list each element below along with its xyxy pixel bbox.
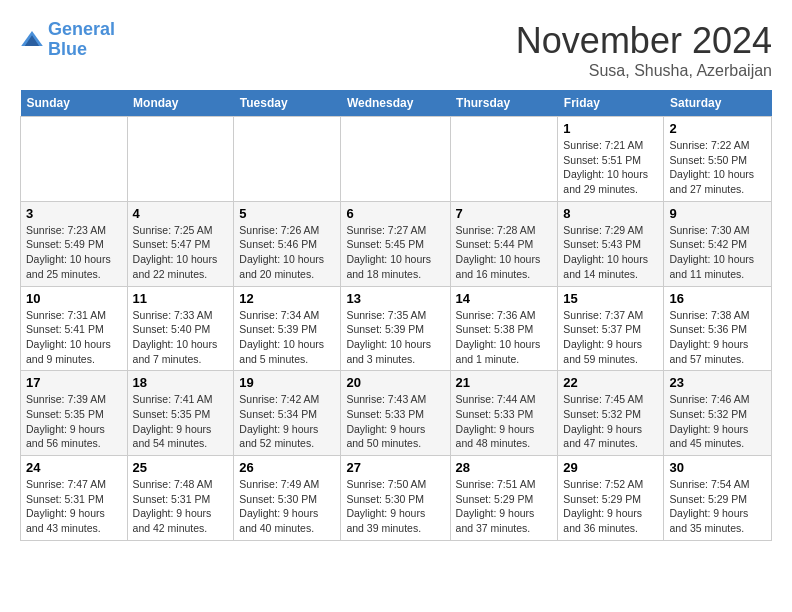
calendar-cell: 14Sunrise: 7:36 AM Sunset: 5:38 PM Dayli… <box>450 286 558 371</box>
calendar-cell <box>127 117 234 202</box>
day-info: Sunrise: 7:27 AM Sunset: 5:45 PM Dayligh… <box>346 223 444 282</box>
day-number: 30 <box>669 460 766 475</box>
day-number: 8 <box>563 206 658 221</box>
calendar-cell: 20Sunrise: 7:43 AM Sunset: 5:33 PM Dayli… <box>341 371 450 456</box>
day-number: 7 <box>456 206 553 221</box>
calendar-cell: 7Sunrise: 7:28 AM Sunset: 5:44 PM Daylig… <box>450 201 558 286</box>
day-number: 19 <box>239 375 335 390</box>
day-info: Sunrise: 7:50 AM Sunset: 5:30 PM Dayligh… <box>346 477 444 536</box>
day-info: Sunrise: 7:45 AM Sunset: 5:32 PM Dayligh… <box>563 392 658 451</box>
day-info: Sunrise: 7:49 AM Sunset: 5:30 PM Dayligh… <box>239 477 335 536</box>
day-number: 14 <box>456 291 553 306</box>
calendar-cell: 13Sunrise: 7:35 AM Sunset: 5:39 PM Dayli… <box>341 286 450 371</box>
calendar-week-row: 24Sunrise: 7:47 AM Sunset: 5:31 PM Dayli… <box>21 456 772 541</box>
logo: General Blue <box>20 20 115 60</box>
calendar-cell: 16Sunrise: 7:38 AM Sunset: 5:36 PM Dayli… <box>664 286 772 371</box>
day-info: Sunrise: 7:22 AM Sunset: 5:50 PM Dayligh… <box>669 138 766 197</box>
day-number: 26 <box>239 460 335 475</box>
day-info: Sunrise: 7:21 AM Sunset: 5:51 PM Dayligh… <box>563 138 658 197</box>
day-info: Sunrise: 7:52 AM Sunset: 5:29 PM Dayligh… <box>563 477 658 536</box>
day-number: 16 <box>669 291 766 306</box>
day-info: Sunrise: 7:37 AM Sunset: 5:37 PM Dayligh… <box>563 308 658 367</box>
calendar-cell: 5Sunrise: 7:26 AM Sunset: 5:46 PM Daylig… <box>234 201 341 286</box>
day-number: 11 <box>133 291 229 306</box>
weekday-header-saturday: Saturday <box>664 90 772 117</box>
calendar-cell: 9Sunrise: 7:30 AM Sunset: 5:42 PM Daylig… <box>664 201 772 286</box>
calendar-cell: 2Sunrise: 7:22 AM Sunset: 5:50 PM Daylig… <box>664 117 772 202</box>
weekday-header-sunday: Sunday <box>21 90 128 117</box>
day-info: Sunrise: 7:39 AM Sunset: 5:35 PM Dayligh… <box>26 392 122 451</box>
logo-text: General Blue <box>48 20 115 60</box>
day-info: Sunrise: 7:36 AM Sunset: 5:38 PM Dayligh… <box>456 308 553 367</box>
calendar-cell: 8Sunrise: 7:29 AM Sunset: 5:43 PM Daylig… <box>558 201 664 286</box>
day-number: 21 <box>456 375 553 390</box>
day-info: Sunrise: 7:33 AM Sunset: 5:40 PM Dayligh… <box>133 308 229 367</box>
calendar-table: SundayMondayTuesdayWednesdayThursdayFrid… <box>20 90 772 541</box>
calendar-cell: 1Sunrise: 7:21 AM Sunset: 5:51 PM Daylig… <box>558 117 664 202</box>
calendar-cell <box>450 117 558 202</box>
weekday-header-thursday: Thursday <box>450 90 558 117</box>
calendar-week-row: 1Sunrise: 7:21 AM Sunset: 5:51 PM Daylig… <box>21 117 772 202</box>
calendar-cell: 27Sunrise: 7:50 AM Sunset: 5:30 PM Dayli… <box>341 456 450 541</box>
day-number: 12 <box>239 291 335 306</box>
day-info: Sunrise: 7:34 AM Sunset: 5:39 PM Dayligh… <box>239 308 335 367</box>
day-info: Sunrise: 7:23 AM Sunset: 5:49 PM Dayligh… <box>26 223 122 282</box>
day-info: Sunrise: 7:54 AM Sunset: 5:29 PM Dayligh… <box>669 477 766 536</box>
day-number: 15 <box>563 291 658 306</box>
page-header: General Blue November 2024 Susa, Shusha,… <box>20 20 772 80</box>
day-number: 28 <box>456 460 553 475</box>
calendar-cell: 22Sunrise: 7:45 AM Sunset: 5:32 PM Dayli… <box>558 371 664 456</box>
weekday-header-friday: Friday <box>558 90 664 117</box>
day-number: 9 <box>669 206 766 221</box>
day-info: Sunrise: 7:48 AM Sunset: 5:31 PM Dayligh… <box>133 477 229 536</box>
day-number: 10 <box>26 291 122 306</box>
day-number: 22 <box>563 375 658 390</box>
calendar-cell: 21Sunrise: 7:44 AM Sunset: 5:33 PM Dayli… <box>450 371 558 456</box>
calendar-week-row: 10Sunrise: 7:31 AM Sunset: 5:41 PM Dayli… <box>21 286 772 371</box>
location-subtitle: Susa, Shusha, Azerbaijan <box>516 62 772 80</box>
calendar-cell: 10Sunrise: 7:31 AM Sunset: 5:41 PM Dayli… <box>21 286 128 371</box>
calendar-cell: 3Sunrise: 7:23 AM Sunset: 5:49 PM Daylig… <box>21 201 128 286</box>
day-info: Sunrise: 7:46 AM Sunset: 5:32 PM Dayligh… <box>669 392 766 451</box>
weekday-header-tuesday: Tuesday <box>234 90 341 117</box>
calendar-cell: 18Sunrise: 7:41 AM Sunset: 5:35 PM Dayli… <box>127 371 234 456</box>
day-number: 18 <box>133 375 229 390</box>
calendar-cell <box>234 117 341 202</box>
day-number: 24 <box>26 460 122 475</box>
calendar-cell: 25Sunrise: 7:48 AM Sunset: 5:31 PM Dayli… <box>127 456 234 541</box>
day-info: Sunrise: 7:51 AM Sunset: 5:29 PM Dayligh… <box>456 477 553 536</box>
weekday-header-wednesday: Wednesday <box>341 90 450 117</box>
day-number: 1 <box>563 121 658 136</box>
day-info: Sunrise: 7:47 AM Sunset: 5:31 PM Dayligh… <box>26 477 122 536</box>
day-info: Sunrise: 7:28 AM Sunset: 5:44 PM Dayligh… <box>456 223 553 282</box>
day-number: 23 <box>669 375 766 390</box>
day-number: 5 <box>239 206 335 221</box>
calendar-cell: 11Sunrise: 7:33 AM Sunset: 5:40 PM Dayli… <box>127 286 234 371</box>
weekday-header-monday: Monday <box>127 90 234 117</box>
day-info: Sunrise: 7:42 AM Sunset: 5:34 PM Dayligh… <box>239 392 335 451</box>
calendar-cell: 12Sunrise: 7:34 AM Sunset: 5:39 PM Dayli… <box>234 286 341 371</box>
day-number: 6 <box>346 206 444 221</box>
day-number: 20 <box>346 375 444 390</box>
calendar-cell: 26Sunrise: 7:49 AM Sunset: 5:30 PM Dayli… <box>234 456 341 541</box>
calendar-week-row: 3Sunrise: 7:23 AM Sunset: 5:49 PM Daylig… <box>21 201 772 286</box>
calendar-cell: 6Sunrise: 7:27 AM Sunset: 5:45 PM Daylig… <box>341 201 450 286</box>
logo-icon <box>20 28 44 52</box>
day-number: 4 <box>133 206 229 221</box>
calendar-cell <box>21 117 128 202</box>
day-info: Sunrise: 7:35 AM Sunset: 5:39 PM Dayligh… <box>346 308 444 367</box>
calendar-cell <box>341 117 450 202</box>
calendar-cell: 4Sunrise: 7:25 AM Sunset: 5:47 PM Daylig… <box>127 201 234 286</box>
calendar-cell: 24Sunrise: 7:47 AM Sunset: 5:31 PM Dayli… <box>21 456 128 541</box>
calendar-cell: 23Sunrise: 7:46 AM Sunset: 5:32 PM Dayli… <box>664 371 772 456</box>
day-info: Sunrise: 7:29 AM Sunset: 5:43 PM Dayligh… <box>563 223 658 282</box>
day-info: Sunrise: 7:26 AM Sunset: 5:46 PM Dayligh… <box>239 223 335 282</box>
calendar-week-row: 17Sunrise: 7:39 AM Sunset: 5:35 PM Dayli… <box>21 371 772 456</box>
day-info: Sunrise: 7:31 AM Sunset: 5:41 PM Dayligh… <box>26 308 122 367</box>
calendar-cell: 19Sunrise: 7:42 AM Sunset: 5:34 PM Dayli… <box>234 371 341 456</box>
day-info: Sunrise: 7:30 AM Sunset: 5:42 PM Dayligh… <box>669 223 766 282</box>
day-info: Sunrise: 7:44 AM Sunset: 5:33 PM Dayligh… <box>456 392 553 451</box>
day-number: 25 <box>133 460 229 475</box>
day-info: Sunrise: 7:43 AM Sunset: 5:33 PM Dayligh… <box>346 392 444 451</box>
day-number: 3 <box>26 206 122 221</box>
